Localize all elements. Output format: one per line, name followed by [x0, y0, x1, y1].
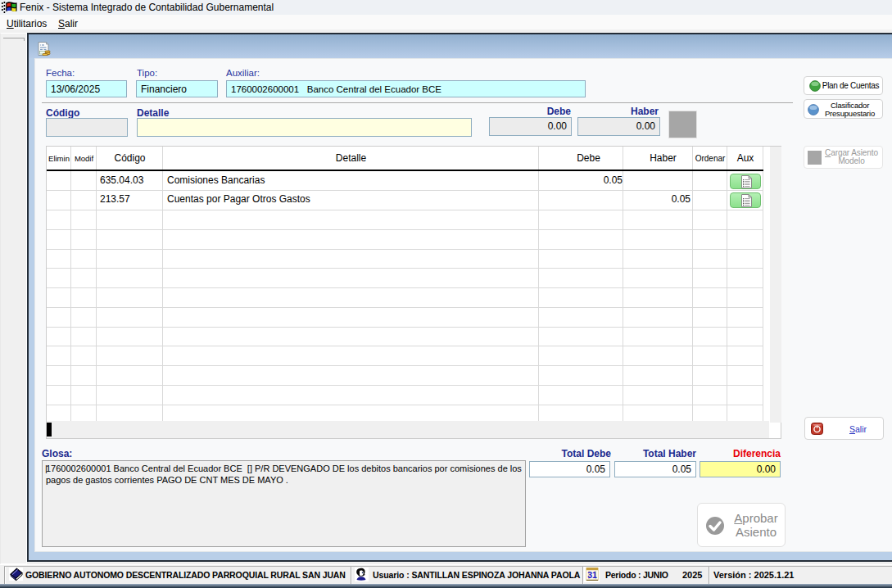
svg-text:31: 31 — [587, 570, 597, 580]
